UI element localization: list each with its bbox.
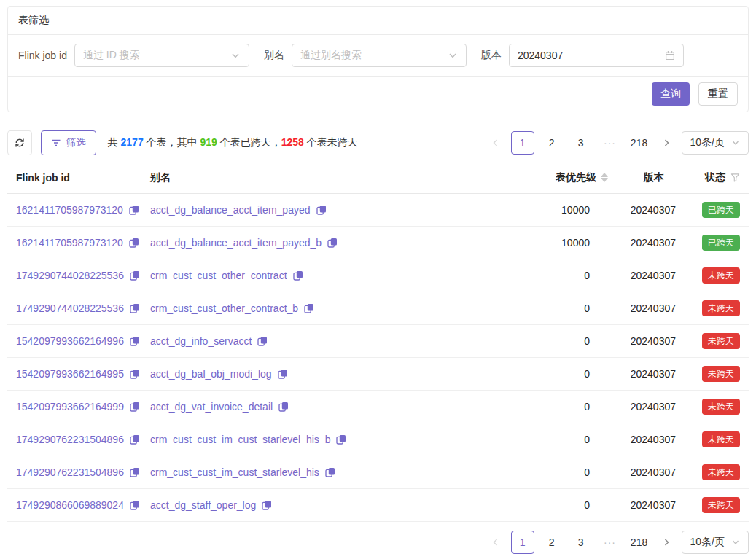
alias-label: 别名 [264, 49, 284, 62]
page-button-1[interactable]: 1 [511, 531, 534, 554]
alias-link[interactable]: crm_cust_cust_im_cust_starlevel_his_b [150, 434, 330, 445]
status-badge: 已跨天 [702, 235, 740, 251]
page-ellipsis: ··· [599, 531, 622, 554]
calendar-icon [665, 50, 675, 60]
copy-icon[interactable] [327, 238, 338, 248]
prev-page-button[interactable] [486, 531, 505, 554]
next-page-button[interactable] [657, 531, 676, 554]
status-badge: 未跨天 [702, 399, 740, 415]
alias-link[interactable]: acct_dg_balance_acct_item_payed [150, 204, 311, 216]
job-id-link[interactable]: 1542097993662164999 [16, 401, 124, 413]
job-id-link[interactable]: 1621411705987973120 [16, 237, 123, 249]
filter-toggle-label: 筛选 [66, 136, 86, 149]
job-id-placeholder: 通过 ID 搜索 [83, 49, 225, 62]
page-size-select[interactable]: 10条/页 [682, 531, 749, 554]
copy-icon[interactable] [130, 303, 140, 313]
copy-icon[interactable] [130, 270, 140, 281]
job-id-link[interactable]: 1749290744028225536 [16, 270, 124, 281]
job-id-select[interactable]: 通过 ID 搜索 [74, 44, 249, 67]
copy-icon[interactable] [130, 336, 140, 346]
copy-icon[interactable] [316, 205, 327, 215]
alias-link[interactable]: acct_dg_balance_acct_item_payed_b [150, 237, 322, 249]
page-button-2[interactable]: 2 [540, 531, 564, 554]
reset-button[interactable]: 重置 [698, 82, 738, 106]
page-button-3[interactable]: 3 [569, 131, 593, 155]
sort-icon[interactable] [601, 173, 608, 182]
version-cell: 20240307 [614, 335, 676, 347]
col-header-job-id: Flink job id [7, 172, 150, 184]
job-id-label: Flink job id [18, 50, 67, 61]
alias-link[interactable]: acct_dg_bal_obj_modi_log [150, 368, 272, 380]
page-size-value: 10条/页 [690, 536, 725, 549]
table-row: 1749290762231504896 crm_cust_cust_im_cus… [7, 423, 749, 456]
chevron-down-icon [731, 538, 740, 547]
copy-icon[interactable] [130, 500, 140, 510]
copy-icon[interactable] [129, 238, 139, 248]
page-button-218[interactable]: 218 [628, 131, 651, 155]
version-cell: 20240307 [614, 368, 676, 380]
version-cell: 20240307 [614, 466, 676, 478]
copy-icon[interactable] [336, 434, 346, 445]
copy-icon[interactable] [304, 303, 314, 313]
prev-page-button[interactable] [486, 131, 505, 155]
job-id-link[interactable]: 1749290762231504896 [16, 466, 124, 478]
refresh-button[interactable] [7, 130, 32, 155]
table-row: 1749290866069889024 acct_dg_staff_oper_l… [7, 489, 749, 522]
alias-link[interactable]: crm_cust_cust_other_contract_b [150, 302, 298, 314]
bottom-bar: 123···218 10条/页 [7, 531, 749, 554]
priority-cell: 10000 [490, 237, 614, 249]
page-button-3[interactable]: 3 [569, 531, 593, 554]
alias-link[interactable]: acct_dg_staff_oper_log [150, 499, 256, 511]
alias-link[interactable]: crm_cust_cust_other_contract [150, 270, 287, 281]
copy-icon[interactable] [325, 467, 335, 477]
page-size-value: 10条/页 [690, 136, 725, 149]
filter-lines-icon [51, 138, 61, 148]
copy-icon[interactable] [257, 336, 268, 346]
col-header-priority[interactable]: 表优先级 [490, 171, 614, 184]
chevron-down-icon [448, 50, 458, 60]
page-size-select[interactable]: 10条/页 [682, 131, 749, 155]
job-id-link[interactable]: 1621411705987973120 [16, 204, 123, 216]
table-stats: 共 2177 个表，其中 919 个表已跨天，1258 个表未跨天 [108, 136, 358, 149]
copy-icon[interactable] [130, 434, 140, 445]
copy-icon[interactable] [278, 402, 289, 412]
alias-link[interactable]: acct_dg_vat_invoice_detail [150, 401, 273, 413]
col-header-version: 版本 [614, 171, 676, 184]
search-button[interactable]: 查询 [652, 82, 690, 106]
table-row: 1749290744028225536 crm_cust_cust_other_… [7, 292, 749, 325]
job-id-link[interactable]: 1749290744028225536 [16, 302, 124, 314]
version-date-input[interactable]: 20240307 [509, 44, 684, 67]
page-button-1[interactable]: 1 [511, 131, 534, 155]
alias-link[interactable]: crm_cust_cust_im_cust_starlevel_his [150, 466, 319, 478]
job-id-link[interactable]: 1542097993662164995 [16, 368, 124, 380]
copy-icon[interactable] [130, 402, 140, 412]
page-button-218[interactable]: 218 [628, 531, 651, 554]
job-id-link[interactable]: 1749290866069889024 [16, 499, 124, 511]
page-button-2[interactable]: 2 [540, 131, 564, 155]
job-id-link[interactable]: 1542097993662164996 [16, 335, 124, 347]
copy-icon[interactable] [130, 467, 140, 477]
alias-placeholder: 通过别名搜索 [300, 49, 442, 62]
form-item-job-id: Flink job id 通过 ID 搜索 [18, 44, 249, 67]
chevron-down-icon [230, 50, 241, 60]
stat-uncrossed: 1258 [281, 136, 304, 148]
alias-link[interactable]: acct_dg_info_servacct [150, 335, 252, 347]
priority-cell: 0 [490, 401, 614, 413]
page-ellipsis: ··· [599, 131, 622, 155]
job-id-link[interactable]: 1749290762231504896 [16, 434, 124, 445]
copy-icon[interactable] [262, 500, 272, 510]
next-page-button[interactable] [657, 131, 676, 155]
copy-icon[interactable] [130, 369, 140, 379]
copy-icon[interactable] [129, 205, 139, 215]
priority-cell: 0 [490, 302, 614, 314]
status-badge: 未跨天 [702, 333, 740, 349]
alias-select[interactable]: 通过别名搜索 [292, 44, 467, 67]
filter-toggle-button[interactable]: 筛选 [41, 130, 96, 155]
status-badge: 未跨天 [702, 300, 740, 316]
copy-icon[interactable] [278, 369, 288, 379]
refresh-icon [14, 137, 26, 149]
copy-icon[interactable] [293, 270, 303, 281]
filter-funnel-icon[interactable] [730, 173, 740, 182]
pagination-top: 123···218 10条/页 [486, 131, 749, 155]
pages: 123···218 [511, 531, 651, 554]
